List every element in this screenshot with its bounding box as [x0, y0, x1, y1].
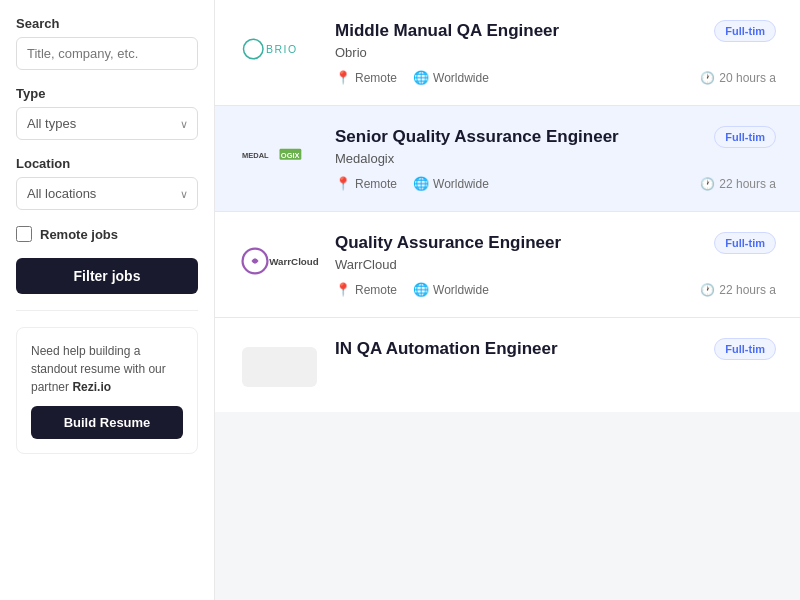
medalogix-logo-svg: MEDAL OGIX — [242, 135, 317, 175]
obrio-logo-svg: BRIO — [242, 29, 317, 69]
warrcloud-logo-svg: WarrCloud — [239, 236, 319, 286]
job-listings: BRIO Middle Manual QA Engineer Obrio 📍 R… — [215, 0, 800, 600]
time-text: 22 hours a — [719, 177, 776, 191]
clock-icon: 🕐 — [700, 283, 715, 297]
svg-text:BRIO: BRIO — [266, 43, 298, 55]
region-item: 🌐 Worldwide — [413, 282, 489, 297]
company-name: Medalogix — [335, 151, 776, 166]
search-label: Search — [16, 16, 198, 31]
clock-icon: 🕐 — [700, 177, 715, 191]
sidebar-divider — [16, 310, 198, 311]
location-text: Remote — [355, 177, 397, 191]
svg-point-0 — [243, 39, 263, 59]
location-item: 📍 Remote — [335, 70, 397, 85]
remote-jobs-checkbox[interactable] — [16, 226, 32, 242]
job-time: 🕐 22 hours a — [700, 283, 776, 297]
location-select-wrapper: All locations — [16, 177, 198, 210]
job-details: IN QA Automation Engineer — [335, 338, 776, 370]
company-name: Obrio — [335, 45, 776, 60]
location-item: 📍 Remote — [335, 282, 397, 297]
svg-text:MEDAL: MEDAL — [242, 152, 269, 161]
region-item: 🌐 Worldwide — [413, 176, 489, 191]
job-card[interactable]: BRIO Middle Manual QA Engineer Obrio 📍 R… — [215, 0, 800, 106]
time-text: 22 hours a — [719, 283, 776, 297]
location-text: Remote — [355, 71, 397, 85]
placeholder-logo — [242, 347, 317, 387]
promo-section: Need help building a standout resume wit… — [16, 327, 198, 454]
location-pin-icon: 📍 — [335, 70, 351, 85]
location-select[interactable]: All locations — [16, 177, 198, 210]
region-text: Worldwide — [433, 71, 489, 85]
region-item: 🌐 Worldwide — [413, 70, 489, 85]
globe-icon: 🌐 — [413, 282, 429, 297]
svg-text:WarrCloud: WarrCloud — [269, 257, 319, 268]
type-label: Type — [16, 86, 198, 101]
build-resume-button[interactable]: Build Resume — [31, 406, 183, 439]
company-logo: MEDAL OGIX — [239, 130, 319, 180]
globe-icon: 🌐 — [413, 176, 429, 191]
job-type-badge: Full-tim — [714, 20, 776, 42]
job-card[interactable]: WarrCloud Quality Assurance Engineer War… — [215, 212, 800, 318]
company-logo — [239, 342, 319, 392]
svg-text:OGIX: OGIX — [280, 151, 299, 160]
promo-text: Need help building a standout resume wit… — [31, 342, 183, 396]
job-type-badge: Full-tim — [714, 126, 776, 148]
location-label: Location — [16, 156, 198, 171]
promo-partner-name: Rezi.io — [72, 380, 111, 394]
type-select[interactable]: All types — [16, 107, 198, 140]
job-card[interactable]: IN QA Automation Engineer Full-tim — [215, 318, 800, 412]
job-time: 🕐 22 hours a — [700, 177, 776, 191]
job-title: IN QA Automation Engineer — [335, 338, 776, 360]
globe-icon: 🌐 — [413, 70, 429, 85]
filter-jobs-button[interactable]: Filter jobs — [16, 258, 198, 294]
job-time: 🕐 20 hours a — [700, 71, 776, 85]
type-select-wrapper: All types — [16, 107, 198, 140]
location-item: 📍 Remote — [335, 176, 397, 191]
remote-jobs-label[interactable]: Remote jobs — [40, 227, 118, 242]
job-type-badge: Full-tim — [714, 338, 776, 360]
region-text: Worldwide — [433, 177, 489, 191]
location-text: Remote — [355, 283, 397, 297]
sidebar: Search Type All types Location All locat… — [0, 0, 215, 600]
remote-jobs-section: Remote jobs — [16, 226, 198, 242]
job-title: Senior Quality Assurance Engineer — [335, 126, 776, 148]
company-name: WarrCloud — [335, 257, 776, 272]
type-section: Type All types — [16, 86, 198, 140]
search-input[interactable] — [16, 37, 198, 70]
job-card[interactable]: MEDAL OGIX Senior Quality Assurance Engi… — [215, 106, 800, 212]
clock-icon: 🕐 — [700, 71, 715, 85]
location-section: Location All locations — [16, 156, 198, 210]
job-title: Quality Assurance Engineer — [335, 232, 776, 254]
job-title: Middle Manual QA Engineer — [335, 20, 776, 42]
company-logo: WarrCloud — [239, 236, 319, 286]
search-section: Search — [16, 16, 198, 70]
job-type-badge: Full-tim — [714, 232, 776, 254]
time-text: 20 hours a — [719, 71, 776, 85]
location-pin-icon: 📍 — [335, 282, 351, 297]
location-pin-icon: 📍 — [335, 176, 351, 191]
company-logo: BRIO — [239, 24, 319, 74]
region-text: Worldwide — [433, 283, 489, 297]
